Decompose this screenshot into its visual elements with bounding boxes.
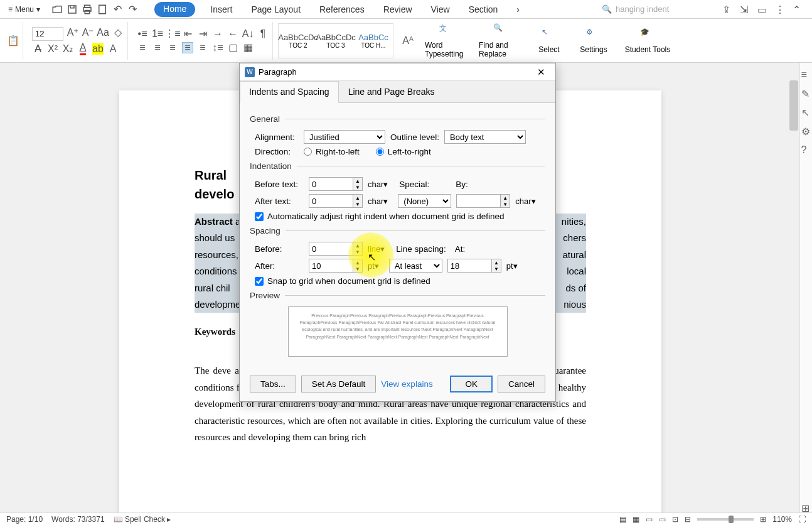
redo-icon[interactable]: ↷ <box>127 4 138 15</box>
sort-icon[interactable]: A↓ <box>242 28 254 40</box>
undo-icon[interactable]: ↶ <box>112 4 123 15</box>
zoom-slider[interactable] <box>697 518 754 521</box>
file-icon[interactable]: ▭ <box>757 4 769 15</box>
spacing-before-spinner[interactable]: ▲▼ <box>309 242 363 256</box>
tab-section[interactable]: Section <box>465 2 502 17</box>
find-replace-button[interactable]: 🔍 Find and Replace <box>476 21 525 61</box>
justify-icon[interactable]: ≡ <box>182 42 193 53</box>
collapse-icon[interactable]: ⌃ <box>793 4 804 15</box>
view-explains-link[interactable]: View explains <box>381 379 432 389</box>
grow-font-icon[interactable]: A⁺ <box>67 27 78 38</box>
ltr-radio[interactable]: Left-to-right <box>376 147 431 156</box>
select-button[interactable]: ↖ Select <box>530 25 568 57</box>
zoom-in-icon[interactable]: ⊞ <box>760 515 766 524</box>
zoom-fit-icon[interactable]: ⊡ <box>672 515 678 524</box>
alignment-select[interactable]: Justified <box>304 130 385 144</box>
menu-button[interactable]: ≡ Menu ▾ <box>3 3 45 16</box>
shading-icon[interactable]: ▢ <box>227 42 238 53</box>
view-print-icon[interactable]: ▤ <box>619 515 626 524</box>
align-right-icon[interactable]: ≡ <box>167 42 178 53</box>
decrease-indent-icon[interactable]: ⇤ <box>182 28 193 40</box>
print-icon[interactable] <box>82 4 93 15</box>
dialog-titlebar[interactable]: W Paragraph ✕ <box>240 63 555 81</box>
align-center-icon[interactable]: ≡ <box>152 42 163 53</box>
fullscreen-icon[interactable]: ⛶ <box>798 515 806 524</box>
before-text-spinner[interactable]: ▲▼ <box>309 177 363 191</box>
auto-adjust-checkbox[interactable]: Automatically adjust right indent when d… <box>255 212 545 221</box>
view-outline-icon[interactable]: ▦ <box>633 515 639 524</box>
shrink-font-icon[interactable]: A⁻ <box>82 27 93 38</box>
cancel-button[interactable]: Cancel <box>498 376 545 392</box>
style-toch[interactable]: AaBbCcTOC H... <box>355 25 392 57</box>
vertical-scrollbar[interactable] <box>789 74 798 497</box>
spacing-after-spinner[interactable]: ▲▼ <box>309 259 363 273</box>
tab-view[interactable]: View <box>427 2 454 17</box>
bullets-icon[interactable]: •≡ <box>137 28 148 40</box>
unit-char[interactable]: char▾ <box>368 180 388 189</box>
share-icon[interactable]: ⇲ <box>740 4 751 15</box>
increase-indent-icon[interactable]: ⇥ <box>197 28 208 40</box>
pilcrow-icon[interactable]: ¶ <box>257 28 269 40</box>
zoom-value[interactable]: 110% <box>772 515 792 524</box>
tab-references[interactable]: References <box>316 2 368 17</box>
font-size-input[interactable] <box>32 27 63 41</box>
word-count[interactable]: Words: 73/3371 <box>51 515 105 524</box>
page-indicator[interactable]: Page: 1/10 <box>6 515 43 524</box>
select-tool-icon[interactable]: ↖ <box>801 107 811 117</box>
settings-button[interactable]: ⚙ Settings <box>573 25 614 57</box>
change-case-icon[interactable]: Aa <box>97 27 109 38</box>
new-style-icon[interactable]: Aᴬ <box>402 35 414 46</box>
subscript-icon[interactable]: X₂ <box>62 43 73 55</box>
text-color-icon[interactable]: A <box>77 43 88 55</box>
tab-insert[interactable]: Insert <box>206 2 236 17</box>
close-icon[interactable]: ✕ <box>532 65 550 80</box>
more-icon[interactable]: ⋮ <box>775 4 786 15</box>
scrollbar-thumb[interactable] <box>789 80 798 131</box>
pencil-icon[interactable]: ✎ <box>801 88 811 98</box>
tab-indents-spacing[interactable]: Indents and Spacing <box>240 81 339 103</box>
save-icon[interactable] <box>67 4 78 15</box>
styles-gallery[interactable]: AaBbCcDcTOC 2 AaBbCcDcTOC 3 AaBbCcTOC H.… <box>278 23 393 58</box>
ltr-icon[interactable]: → <box>212 28 223 40</box>
borders-icon[interactable]: ▦ <box>242 42 254 53</box>
distribute-icon[interactable]: ≡ <box>197 42 208 53</box>
unit-char3[interactable]: char▾ <box>515 197 535 206</box>
cloud-icon[interactable]: ⇪ <box>722 4 734 15</box>
at-spinner[interactable]: ▲▼ <box>447 259 501 273</box>
tabs-button[interactable]: Tabs... <box>250 376 296 392</box>
set-default-button[interactable]: Set As Default <box>301 376 377 392</box>
navigation-icon[interactable]: ≡ <box>801 69 811 79</box>
superscript-icon[interactable]: X² <box>47 43 58 55</box>
help-icon[interactable]: ? <box>801 144 811 154</box>
multilevel-icon[interactable]: ⋮≡ <box>167 28 178 40</box>
rtl-icon[interactable]: ← <box>227 28 238 40</box>
unit-pt2[interactable]: pt▾ <box>506 261 518 271</box>
spell-check[interactable]: 📖 Spell Check ▸ <box>114 515 171 524</box>
tab-home[interactable]: Home <box>154 2 195 17</box>
clear-format-icon[interactable]: ◇ <box>112 27 124 38</box>
numbering-icon[interactable]: 1≡ <box>152 28 163 40</box>
strike-icon[interactable]: A̶ <box>32 43 43 55</box>
zoom-out-icon[interactable]: ⊟ <box>685 515 691 524</box>
snap-grid-checkbox[interactable]: Snap to grid when document grid is defin… <box>255 276 545 286</box>
special-select[interactable]: (None) <box>398 194 451 208</box>
line-spacing-icon[interactable]: ↕≡ <box>212 42 223 53</box>
tab-line-breaks[interactable]: Line and Page Breaks <box>339 81 444 102</box>
ok-button[interactable]: OK <box>450 376 493 392</box>
line-spacing-select[interactable]: At least <box>389 259 442 273</box>
settings-panel-icon[interactable]: ⚙ <box>801 126 811 136</box>
rtl-radio[interactable]: Right-to-left <box>304 147 360 156</box>
paste-icon[interactable]: 📋 <box>8 35 19 46</box>
tab-page-layout[interactable]: Page Layout <box>247 2 304 17</box>
view-web-icon[interactable]: ▭ <box>646 515 653 524</box>
highlight-icon[interactable]: ab <box>92 43 104 55</box>
by-spinner[interactable]: ▲▼ <box>456 194 510 208</box>
search-box[interactable]: 🔍 hanging indent <box>602 4 715 14</box>
unit-char2[interactable]: char▾ <box>368 197 388 206</box>
char-border-icon[interactable]: A <box>107 43 119 55</box>
outline-select[interactable]: Body text <box>444 130 526 144</box>
tab-more[interactable]: › <box>513 2 523 17</box>
tab-review[interactable]: Review <box>380 2 416 17</box>
align-left-icon[interactable]: ≡ <box>137 42 148 53</box>
open-icon[interactable] <box>51 4 63 15</box>
